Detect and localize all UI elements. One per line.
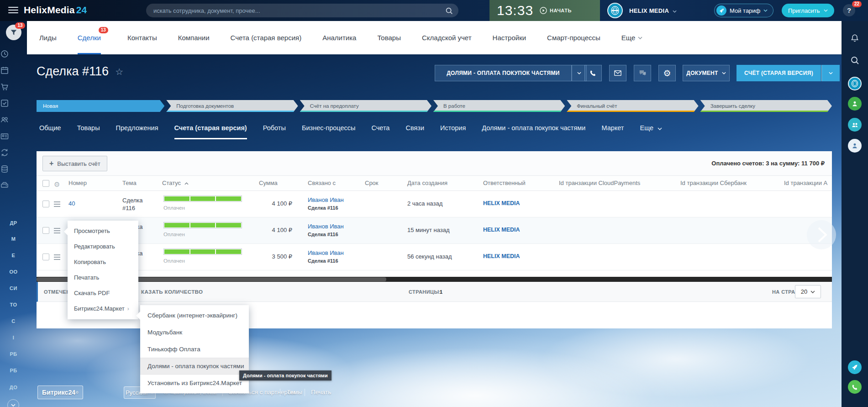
tab-quotes[interactable]: Предложения	[116, 124, 158, 139]
sidebar-icon-sync[interactable]	[0, 148, 27, 157]
col-linked[interactable]: Связано с	[308, 180, 336, 186]
row-menu-icon[interactable]	[54, 228, 60, 235]
nav-item-settings[interactable]: Настройки	[493, 21, 526, 54]
menu-item-print[interactable]: Печатать	[68, 270, 138, 285]
col-tx-a[interactable]: Id транзакции А	[784, 180, 827, 186]
helix-media-avatar[interactable]	[842, 77, 868, 90]
document-button[interactable]: ДОКУМЕНТ	[683, 65, 730, 81]
nav-item-companies[interactable]: Компании	[178, 21, 210, 54]
my-plan-button[interactable]: Мой тариф	[714, 4, 773, 17]
group-chat-icon[interactable]	[842, 118, 868, 132]
responsible-link[interactable]: HELIX MEDIA	[483, 253, 520, 259]
notifications-bell-icon[interactable]	[842, 34, 868, 43]
email-button[interactable]	[609, 65, 626, 81]
col-number[interactable]: Номер	[68, 180, 87, 186]
nav-item-products[interactable]: Товары	[377, 21, 401, 54]
sidebar-group-i[interactable]: I	[0, 335, 27, 340]
nav-item-contacts[interactable]: Контакты	[127, 21, 157, 54]
stage-close-deal[interactable]: Завершить сделку	[700, 100, 832, 112]
col-due[interactable]: Срок	[365, 180, 379, 186]
themes-link[interactable]: Темы	[287, 389, 302, 396]
responsible-link[interactable]: HELIX MEDIA	[483, 200, 520, 206]
submenu-item-tinkoff[interactable]: Тинькофф Оплата	[140, 341, 249, 358]
crm-quick-button[interactable]: 13	[0, 25, 27, 42]
menu-item-edit[interactable]: Редактировать	[68, 239, 138, 254]
nav-item-inventory[interactable]: Складской учет	[422, 21, 472, 54]
row-checkbox[interactable]	[42, 227, 49, 234]
sidebar-icon-database[interactable]	[0, 164, 27, 174]
row-menu-icon[interactable]	[54, 201, 60, 208]
add-invoice-button[interactable]: + Выставить счёт	[42, 156, 107, 171]
tab-history[interactable]: История	[440, 124, 466, 139]
col-subject[interactable]: Тема	[122, 180, 137, 186]
start-workday-button[interactable]: НАЧАТЬ	[540, 7, 572, 14]
col-created[interactable]: Дата создания	[407, 180, 447, 186]
nav-item-deals[interactable]: Сделки 13	[78, 21, 101, 54]
row-menu-icon[interactable]	[54, 254, 60, 261]
sidebar-group-do[interactable]: ДО	[0, 385, 27, 390]
payment-split-button[interactable]: ДОЛЯМИ - ОПЛАТА ПОКУПОК ЧАСТЯМИ	[435, 65, 572, 81]
telephony-phone-icon[interactable]	[842, 380, 868, 394]
menu-item-view[interactable]: Просмотреть	[68, 223, 138, 239]
tab-dependencies[interactable]: Связи	[405, 124, 424, 139]
tab-business-processes[interactable]: Бизнес-процессы	[302, 124, 356, 139]
select-all-checkbox[interactable]	[42, 180, 49, 187]
submenu-item-dolyame[interactable]: Долями - оплата покупок частями	[140, 358, 249, 375]
sidebar-icon-idcard[interactable]	[0, 132, 27, 141]
tab-general[interactable]: Общие	[39, 124, 61, 139]
sidebar-icon-activity[interactable]	[0, 49, 27, 58]
nav-item-smart-processes[interactable]: Смарт-процессы	[547, 21, 600, 54]
tab-products[interactable]: Товары	[77, 124, 100, 139]
invite-button[interactable]: Пригласить	[782, 4, 834, 17]
sidebar-icon-tasks[interactable]	[0, 99, 27, 108]
stage-docs[interactable]: Подготовка документов	[166, 100, 298, 112]
call-button[interactable]	[584, 65, 602, 81]
sidebar-group-e[interactable]: Е	[0, 253, 27, 258]
sidebar-group-rb1[interactable]: РБ	[0, 351, 27, 357]
hamburger-menu-icon[interactable]	[8, 7, 18, 14]
tab-market[interactable]: Маркет	[601, 124, 624, 139]
sidebar-group-si[interactable]: СИ	[0, 285, 27, 291]
linked-contact-link[interactable]: Иванов Иван	[308, 223, 344, 230]
sidebar-group-oo[interactable]: ОО	[0, 269, 27, 275]
invoice-number-link[interactable]: 40	[68, 200, 75, 207]
tab-robots[interactable]: Роботы	[263, 124, 286, 139]
settings-gear-button[interactable]: ⚙	[658, 65, 676, 81]
invoice-row-1[interactable]: 40 Сделка #116 Оплачен 4 100 ₽ Иванов Ив…	[37, 191, 832, 217]
sidebar-icon-drive[interactable]	[0, 181, 27, 190]
submenu-item-install-market[interactable]: Установить из Битрикс24.Маркет	[140, 375, 249, 391]
col-tx-sberbank[interactable]: Id транзакции Сбербанк	[680, 180, 747, 186]
col-status[interactable]: Статус	[162, 180, 189, 186]
chat-button[interactable]	[634, 65, 651, 81]
invoice-row-3[interactable]: Сделка #116 Оплачен 3 500 ₽ Иванов Иван …	[37, 244, 832, 270]
stage-new[interactable]: Новая	[37, 100, 164, 112]
per-page-select[interactable]: 20	[795, 285, 821, 298]
search-input[interactable]	[153, 7, 445, 14]
tab-more[interactable]: Еще	[640, 124, 663, 139]
col-sum[interactable]: Сумма	[259, 180, 278, 186]
row-checkbox[interactable]	[42, 254, 49, 260]
row-checkbox[interactable]	[42, 201, 49, 207]
submenu-item-sberbank[interactable]: Сбербанк (интернет-эквайринг)	[140, 307, 249, 324]
stage-in-progress[interactable]: В работе	[433, 100, 565, 112]
sidebar-group-s[interactable]: С	[0, 318, 27, 324]
account-name[interactable]: HELIX MEDIA	[629, 7, 677, 14]
app-logo[interactable]: HelixMedia24	[24, 5, 87, 16]
online-user-icon[interactable]	[842, 97, 868, 111]
print-link[interactable]: Печать	[311, 389, 331, 396]
panel-search-icon[interactable]	[842, 56, 868, 65]
menu-item-download-pdf[interactable]: Скачать PDF	[68, 285, 138, 301]
responsible-link[interactable]: HELIX MEDIA	[483, 227, 520, 233]
menu-item-market[interactable]: Битрикс24.Маркет ›	[68, 301, 138, 317]
show-count-link[interactable]: КАЗАТЬ КОЛИЧЕСТВО	[141, 289, 203, 295]
sidebar-group-dr[interactable]: ДР	[0, 220, 27, 226]
invoice-row-2[interactable]: Сделка #116 Оплачен 4 100 ₽ Иванов Иван …	[37, 217, 832, 244]
stage-prepay-invoice[interactable]: Счёт на предоплату	[300, 100, 431, 112]
sidebar-icon-people[interactable]	[0, 115, 27, 124]
submenu-item-modulbank[interactable]: Модульбанк	[140, 324, 249, 341]
favorite-star-icon[interactable]: ☆	[115, 66, 123, 77]
nav-item-more[interactable]: Еще	[621, 21, 643, 54]
tab-dolyame[interactable]: Долями - оплата покупок частями	[482, 124, 585, 139]
tab-invoices[interactable]: Счета	[371, 124, 389, 139]
account-avatar[interactable]	[607, 3, 623, 18]
